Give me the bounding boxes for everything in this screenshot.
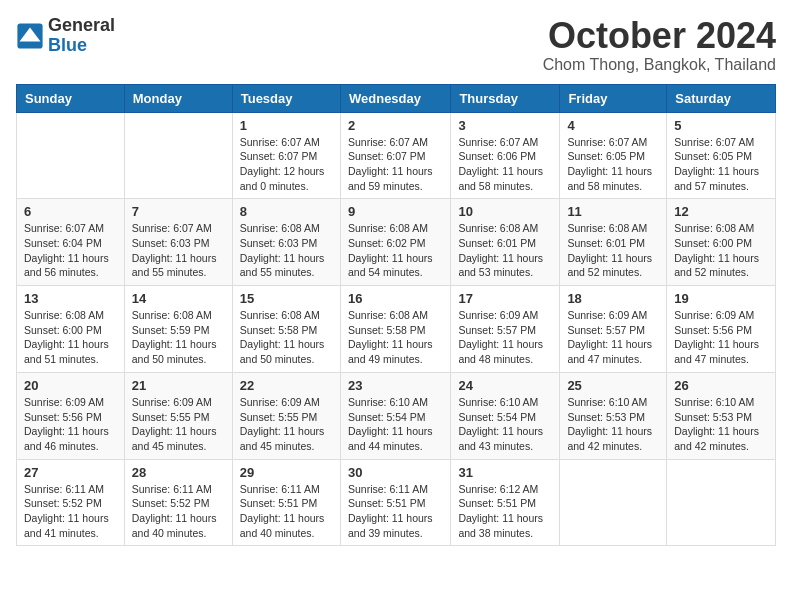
day-info-0-6: Sunrise: 6:07 AM Sunset: 6:05 PM Dayligh… (674, 135, 768, 194)
day-number-1-3: 9 (348, 204, 443, 219)
col-thursday: Thursday (451, 84, 560, 112)
day-number-0-5: 4 (567, 118, 659, 133)
page-header: General Blue October 2024 Chom Thong, Ba… (16, 16, 776, 74)
day-cell-3-1: 21Sunrise: 6:09 AM Sunset: 5:55 PM Dayli… (124, 372, 232, 459)
day-cell-3-0: 20Sunrise: 6:09 AM Sunset: 5:56 PM Dayli… (17, 372, 125, 459)
day-number-1-6: 12 (674, 204, 768, 219)
day-number-0-2: 1 (240, 118, 333, 133)
day-cell-1-0: 6Sunrise: 6:07 AM Sunset: 6:04 PM Daylig… (17, 199, 125, 286)
day-cell-2-3: 16Sunrise: 6:08 AM Sunset: 5:58 PM Dayli… (340, 286, 450, 373)
day-info-4-2: Sunrise: 6:11 AM Sunset: 5:51 PM Dayligh… (240, 482, 333, 541)
day-cell-1-4: 10Sunrise: 6:08 AM Sunset: 6:01 PM Dayli… (451, 199, 560, 286)
day-number-0-6: 5 (674, 118, 768, 133)
day-number-3-1: 21 (132, 378, 225, 393)
day-cell-4-1: 28Sunrise: 6:11 AM Sunset: 5:52 PM Dayli… (124, 459, 232, 546)
day-number-0-4: 3 (458, 118, 552, 133)
day-info-2-1: Sunrise: 6:08 AM Sunset: 5:59 PM Dayligh… (132, 308, 225, 367)
day-info-4-0: Sunrise: 6:11 AM Sunset: 5:52 PM Dayligh… (24, 482, 117, 541)
week-row-2: 13Sunrise: 6:08 AM Sunset: 6:00 PM Dayli… (17, 286, 776, 373)
day-cell-1-5: 11Sunrise: 6:08 AM Sunset: 6:01 PM Dayli… (560, 199, 667, 286)
day-cell-0-6: 5Sunrise: 6:07 AM Sunset: 6:05 PM Daylig… (667, 112, 776, 199)
day-number-1-1: 7 (132, 204, 225, 219)
day-info-0-5: Sunrise: 6:07 AM Sunset: 6:05 PM Dayligh… (567, 135, 659, 194)
week-row-4: 27Sunrise: 6:11 AM Sunset: 5:52 PM Dayli… (17, 459, 776, 546)
day-info-1-3: Sunrise: 6:08 AM Sunset: 6:02 PM Dayligh… (348, 221, 443, 280)
logo-icon (16, 22, 44, 50)
day-cell-1-6: 12Sunrise: 6:08 AM Sunset: 6:00 PM Dayli… (667, 199, 776, 286)
day-info-3-6: Sunrise: 6:10 AM Sunset: 5:53 PM Dayligh… (674, 395, 768, 454)
col-wednesday: Wednesday (340, 84, 450, 112)
day-number-1-4: 10 (458, 204, 552, 219)
day-number-1-5: 11 (567, 204, 659, 219)
col-friday: Friday (560, 84, 667, 112)
day-cell-2-1: 14Sunrise: 6:08 AM Sunset: 5:59 PM Dayli… (124, 286, 232, 373)
day-number-2-0: 13 (24, 291, 117, 306)
col-monday: Monday (124, 84, 232, 112)
week-row-3: 20Sunrise: 6:09 AM Sunset: 5:56 PM Dayli… (17, 372, 776, 459)
day-number-4-2: 29 (240, 465, 333, 480)
location: Chom Thong, Bangkok, Thailand (543, 56, 776, 74)
day-number-4-3: 30 (348, 465, 443, 480)
day-cell-3-3: 23Sunrise: 6:10 AM Sunset: 5:54 PM Dayli… (340, 372, 450, 459)
day-number-2-5: 18 (567, 291, 659, 306)
col-sunday: Sunday (17, 84, 125, 112)
day-number-3-3: 23 (348, 378, 443, 393)
day-info-3-5: Sunrise: 6:10 AM Sunset: 5:53 PM Dayligh… (567, 395, 659, 454)
day-number-2-6: 19 (674, 291, 768, 306)
day-cell-4-3: 30Sunrise: 6:11 AM Sunset: 5:51 PM Dayli… (340, 459, 450, 546)
day-cell-4-6 (667, 459, 776, 546)
day-number-1-2: 8 (240, 204, 333, 219)
header-row: Sunday Monday Tuesday Wednesday Thursday… (17, 84, 776, 112)
day-cell-2-5: 18Sunrise: 6:09 AM Sunset: 5:57 PM Dayli… (560, 286, 667, 373)
day-cell-2-2: 15Sunrise: 6:08 AM Sunset: 5:58 PM Dayli… (232, 286, 340, 373)
day-info-4-1: Sunrise: 6:11 AM Sunset: 5:52 PM Dayligh… (132, 482, 225, 541)
week-row-1: 6Sunrise: 6:07 AM Sunset: 6:04 PM Daylig… (17, 199, 776, 286)
day-cell-1-2: 8Sunrise: 6:08 AM Sunset: 6:03 PM Daylig… (232, 199, 340, 286)
day-info-2-2: Sunrise: 6:08 AM Sunset: 5:58 PM Dayligh… (240, 308, 333, 367)
day-cell-4-0: 27Sunrise: 6:11 AM Sunset: 5:52 PM Dayli… (17, 459, 125, 546)
calendar-body: 1Sunrise: 6:07 AM Sunset: 6:07 PM Daylig… (17, 112, 776, 546)
day-info-2-3: Sunrise: 6:08 AM Sunset: 5:58 PM Dayligh… (348, 308, 443, 367)
day-info-2-6: Sunrise: 6:09 AM Sunset: 5:56 PM Dayligh… (674, 308, 768, 367)
logo: General Blue (16, 16, 115, 56)
day-number-4-4: 31 (458, 465, 552, 480)
day-cell-3-6: 26Sunrise: 6:10 AM Sunset: 5:53 PM Dayli… (667, 372, 776, 459)
day-number-4-0: 27 (24, 465, 117, 480)
day-cell-1-1: 7Sunrise: 6:07 AM Sunset: 6:03 PM Daylig… (124, 199, 232, 286)
month-title: October 2024 (543, 16, 776, 56)
day-cell-0-4: 3Sunrise: 6:07 AM Sunset: 6:06 PM Daylig… (451, 112, 560, 199)
day-info-1-6: Sunrise: 6:08 AM Sunset: 6:00 PM Dayligh… (674, 221, 768, 280)
week-row-0: 1Sunrise: 6:07 AM Sunset: 6:07 PM Daylig… (17, 112, 776, 199)
logo-blue: Blue (48, 36, 115, 56)
day-info-1-4: Sunrise: 6:08 AM Sunset: 6:01 PM Dayligh… (458, 221, 552, 280)
logo-general: General (48, 16, 115, 36)
calendar-table: Sunday Monday Tuesday Wednesday Thursday… (16, 84, 776, 547)
day-info-2-0: Sunrise: 6:08 AM Sunset: 6:00 PM Dayligh… (24, 308, 117, 367)
day-number-2-4: 17 (458, 291, 552, 306)
day-info-4-3: Sunrise: 6:11 AM Sunset: 5:51 PM Dayligh… (348, 482, 443, 541)
day-cell-4-2: 29Sunrise: 6:11 AM Sunset: 5:51 PM Dayli… (232, 459, 340, 546)
day-info-1-0: Sunrise: 6:07 AM Sunset: 6:04 PM Dayligh… (24, 221, 117, 280)
day-info-3-4: Sunrise: 6:10 AM Sunset: 5:54 PM Dayligh… (458, 395, 552, 454)
logo-text: General Blue (48, 16, 115, 56)
day-cell-0-1 (124, 112, 232, 199)
day-number-3-2: 22 (240, 378, 333, 393)
day-cell-2-6: 19Sunrise: 6:09 AM Sunset: 5:56 PM Dayli… (667, 286, 776, 373)
day-info-3-2: Sunrise: 6:09 AM Sunset: 5:55 PM Dayligh… (240, 395, 333, 454)
day-cell-4-4: 31Sunrise: 6:12 AM Sunset: 5:51 PM Dayli… (451, 459, 560, 546)
day-number-2-1: 14 (132, 291, 225, 306)
day-number-1-0: 6 (24, 204, 117, 219)
day-cell-0-3: 2Sunrise: 6:07 AM Sunset: 6:07 PM Daylig… (340, 112, 450, 199)
day-info-1-2: Sunrise: 6:08 AM Sunset: 6:03 PM Dayligh… (240, 221, 333, 280)
day-info-0-3: Sunrise: 6:07 AM Sunset: 6:07 PM Dayligh… (348, 135, 443, 194)
day-cell-3-4: 24Sunrise: 6:10 AM Sunset: 5:54 PM Dayli… (451, 372, 560, 459)
day-cell-3-2: 22Sunrise: 6:09 AM Sunset: 5:55 PM Dayli… (232, 372, 340, 459)
title-block: October 2024 Chom Thong, Bangkok, Thaila… (543, 16, 776, 74)
day-cell-4-5 (560, 459, 667, 546)
day-number-3-0: 20 (24, 378, 117, 393)
col-tuesday: Tuesday (232, 84, 340, 112)
day-cell-0-2: 1Sunrise: 6:07 AM Sunset: 6:07 PM Daylig… (232, 112, 340, 199)
day-cell-3-5: 25Sunrise: 6:10 AM Sunset: 5:53 PM Dayli… (560, 372, 667, 459)
col-saturday: Saturday (667, 84, 776, 112)
day-cell-2-0: 13Sunrise: 6:08 AM Sunset: 6:00 PM Dayli… (17, 286, 125, 373)
